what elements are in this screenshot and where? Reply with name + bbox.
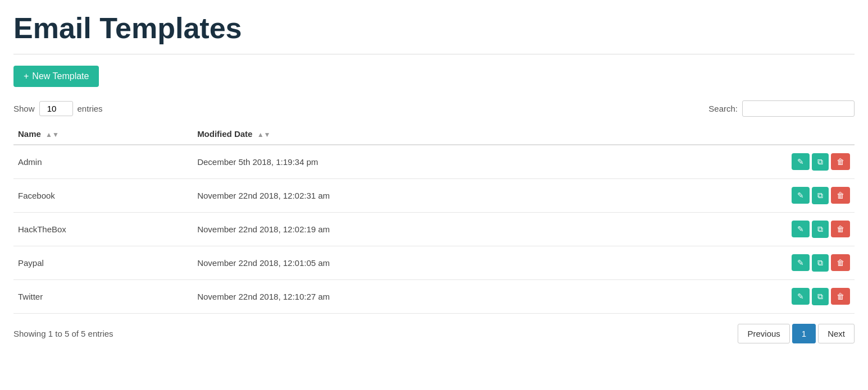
cell-modified-date: December 5th 2018, 1:19:34 pm [193,145,636,179]
copy-icon: ⧉ [817,157,823,166]
edit-icon: ✎ [797,224,804,233]
search-control: Search: [708,100,855,117]
delete-button[interactable]: 🗑 [831,288,850,305]
plus-icon: + [24,71,29,81]
showing-text: Showing 1 to 5 of 5 entries [13,329,113,338]
entries-count-input[interactable]: 10 [39,101,73,116]
templates-table: Name ▲▼ Modified Date ▲▼ AdminDecember 5… [13,123,855,314]
cell-name: Paypal [13,246,193,280]
delete-button[interactable]: 🗑 [831,153,850,170]
cell-modified-date: November 22nd 2018, 12:02:19 am [193,213,636,246]
table-body: AdminDecember 5th 2018, 1:19:34 pm✎⧉🗑Fac… [13,145,855,314]
copy-icon: ⧉ [817,292,823,301]
page-1-button[interactable]: 1 [792,324,816,343]
table-row: FacebookNovember 22nd 2018, 12:02:31 am✎… [13,179,855,213]
table-row: HackTheBoxNovember 22nd 2018, 12:02:19 a… [13,213,855,246]
edit-button[interactable]: ✎ [792,288,810,305]
cell-modified-date: November 22nd 2018, 12:10:27 am [193,280,636,314]
table-row: TwitterNovember 22nd 2018, 12:10:27 am✎⧉… [13,280,855,314]
search-label: Search: [708,104,738,113]
show-label: Show [13,104,35,113]
cell-name: Twitter [13,280,193,314]
delete-button[interactable]: 🗑 [831,254,850,271]
cell-actions: ✎⧉🗑 [637,179,855,213]
copy-icon: ⧉ [817,191,823,200]
cell-modified-date: November 22nd 2018, 12:02:31 am [193,179,636,213]
table-footer: Showing 1 to 5 of 5 entries Previous 1 N… [13,324,855,343]
sort-date-icon: ▲▼ [257,131,271,139]
delete-icon: 🗑 [837,258,844,267]
page-title: Email Templates [13,11,855,45]
cell-actions: ✎⧉🗑 [637,213,855,246]
sort-name-icon: ▲▼ [46,131,59,139]
column-name[interactable]: Name ▲▼ [13,123,193,145]
copy-button[interactable]: ⧉ [812,153,829,171]
cell-actions: ✎⧉🗑 [637,246,855,280]
edit-button[interactable]: ✎ [792,187,810,204]
column-modified-date[interactable]: Modified Date ▲▼ [193,123,636,145]
table-row: AdminDecember 5th 2018, 1:19:34 pm✎⧉🗑 [13,145,855,179]
entries-label: entries [78,104,103,113]
copy-button[interactable]: ⧉ [812,187,829,204]
cell-name: Facebook [13,179,193,213]
table-controls: Show 10 entries Search: [13,100,855,117]
delete-button[interactable]: 🗑 [831,221,850,237]
table-row: PaypalNovember 22nd 2018, 12:01:05 am✎⧉🗑 [13,246,855,280]
next-button[interactable]: Next [818,324,855,343]
delete-icon: 🗑 [837,191,844,200]
table-header: Name ▲▼ Modified Date ▲▼ [13,123,855,145]
new-template-label: New Template [32,71,89,81]
cell-actions: ✎⧉🗑 [637,145,855,179]
cell-name: Admin [13,145,193,179]
previous-button[interactable]: Previous [738,324,789,343]
search-input[interactable] [742,100,855,117]
copy-icon: ⧉ [817,258,823,267]
delete-icon: 🗑 [837,224,844,233]
new-template-button[interactable]: + New Template [13,66,99,87]
copy-button[interactable]: ⧉ [812,254,829,272]
copy-button[interactable]: ⧉ [812,288,829,305]
edit-icon: ✎ [797,157,804,166]
cell-name: HackTheBox [13,213,193,246]
column-actions [637,123,855,145]
edit-icon: ✎ [797,191,804,200]
delete-icon: 🗑 [837,292,844,301]
delete-button[interactable]: 🗑 [831,187,850,204]
edit-icon: ✎ [797,258,804,267]
edit-button[interactable]: ✎ [792,221,810,237]
copy-icon: ⧉ [817,224,823,233]
edit-icon: ✎ [797,292,804,301]
edit-button[interactable]: ✎ [792,153,810,170]
copy-button[interactable]: ⧉ [812,221,829,238]
cell-actions: ✎⧉🗑 [637,280,855,314]
cell-modified-date: November 22nd 2018, 12:01:05 am [193,246,636,280]
show-entries-control: Show 10 entries [13,101,103,116]
edit-button[interactable]: ✎ [792,254,810,271]
pagination: Previous 1 Next [738,324,855,343]
delete-icon: 🗑 [837,157,844,166]
